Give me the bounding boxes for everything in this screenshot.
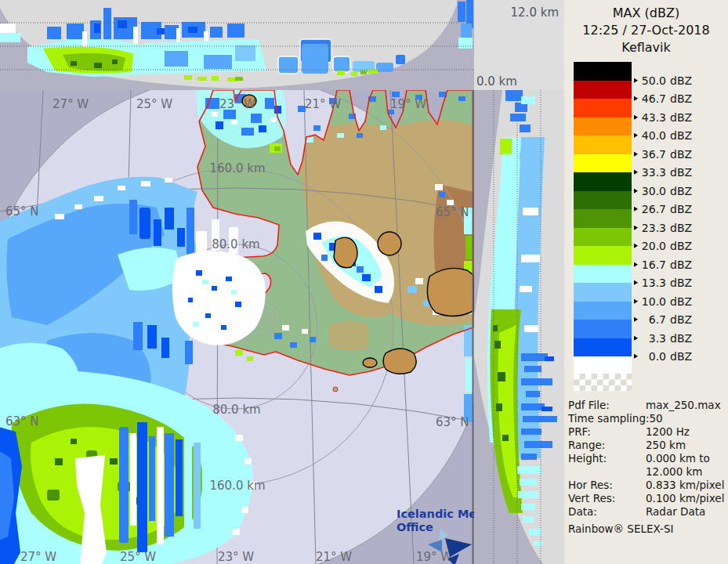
product-title: MAX (dBZ) <box>564 5 728 22</box>
timestamp: 12:25 / 27-Oct-2018 <box>564 22 728 39</box>
scale-tick-row: 43.3 dBZ <box>634 108 692 127</box>
scale-tick-row: 50.0 dBZ <box>634 71 692 90</box>
tick-unit: dBZ <box>670 240 692 252</box>
tick-arrow-icon <box>634 152 638 157</box>
tick-unit: dBZ <box>670 111 692 124</box>
longitude-label: 25° W <box>136 97 172 111</box>
longitude-label: 23° W <box>218 550 254 564</box>
legend-panel: MAX (dBZ) 12:25 / 27-Oct-2018 Keflavik 5… <box>564 0 728 564</box>
color-scale-segment <box>574 209 632 228</box>
longitude-label: 27° W <box>20 550 56 564</box>
tick-value: 0.0 <box>640 350 666 363</box>
scale-tick-row: 6.7 dBZ <box>634 310 692 329</box>
info-label: Pdf File: <box>568 399 646 412</box>
info-label: Vert Res: <box>568 492 646 505</box>
color-scale-segment <box>574 136 632 154</box>
tick-arrow-icon <box>634 280 638 285</box>
tick-unit: dBZ <box>670 185 692 197</box>
tick-value: 36.7 <box>640 148 666 161</box>
info-value: max_250.max <box>646 399 721 412</box>
info-value: 0.833 km/pixel <box>646 479 724 492</box>
color-scale-segment <box>574 320 632 338</box>
tick-unit: dBZ <box>670 277 692 289</box>
tick-arrow-icon <box>634 226 638 230</box>
tick-value: 46.7 <box>640 92 666 105</box>
longitude-label: 25° W <box>120 550 156 564</box>
range-ring-label: 160.0 km <box>209 161 265 175</box>
latitude-label: 65° N <box>436 205 469 219</box>
latitude-label: 63° N <box>436 415 469 429</box>
info-value: Radar Data <box>646 505 705 519</box>
tick-arrow-icon <box>634 78 638 83</box>
color-scale-segment <box>574 265 632 284</box>
top-profile-graphic <box>0 0 474 90</box>
color-scale-segment <box>574 246 632 265</box>
scale-tick-row: 36.7 dBZ <box>634 145 692 164</box>
tick-unit: dBZ <box>670 313 692 326</box>
tick-unit: dBZ <box>670 148 692 161</box>
tick-value: 30.0 <box>640 185 666 197</box>
info-value: 50 <box>650 412 663 425</box>
tick-value: 50.0 <box>640 74 666 87</box>
scale-tick-row: 16.7 dBZ <box>634 255 692 274</box>
info-label: Height: <box>568 452 646 479</box>
info-label: Range: <box>568 439 646 452</box>
color-scale-segment <box>574 191 632 210</box>
island-vestmannaeyjar <box>333 387 338 392</box>
color-scale-segment <box>574 172 632 191</box>
tick-arrow-icon <box>634 189 638 193</box>
radar-map-panel[interactable]: 27° W25° W23° W21° W19° W 27° W25° W23° … <box>0 90 474 564</box>
radar-app-screen: 12.0 km 0.0 km <box>0 0 728 564</box>
tick-unit: dBZ <box>670 203 692 215</box>
right-profile-graphic <box>474 90 564 564</box>
color-scale: 50.0 dBZ 46.7 dBZ 43.3 dBZ <box>574 62 692 356</box>
color-scale-segment <box>574 283 632 302</box>
tick-unit: dBZ <box>670 332 692 345</box>
color-scale-segment <box>574 62 632 81</box>
latitude-label: 63° N <box>5 414 39 428</box>
info-value: 1200 Hz <box>646 425 690 439</box>
scale-tick-row: 23.3 dBZ <box>634 219 692 237</box>
tick-arrow-icon <box>634 317 638 322</box>
tick-value: 43.3 <box>640 111 666 124</box>
station-name: Keflavik <box>564 39 728 56</box>
info-row: Time sampling: 50 <box>568 412 725 425</box>
info-row: Vert Res: 0.100 km/pixel <box>568 492 725 505</box>
longitude-label: 21° W <box>305 97 341 111</box>
tick-value: 23.3 <box>640 222 666 234</box>
tick-value: 10.0 <box>640 295 666 308</box>
tick-arrow-icon <box>634 244 638 248</box>
attribution-line1: Icelandic Met <box>397 508 474 521</box>
height-axis-min-label: 0.0 km <box>476 74 517 89</box>
range-ring-label: 160.0 km <box>209 479 265 493</box>
tick-unit: dBZ <box>670 74 692 87</box>
color-scale-transparent-checker <box>574 374 632 392</box>
tick-unit: dBZ <box>670 295 692 308</box>
tick-unit: dBZ <box>670 258 692 271</box>
tick-arrow-icon <box>634 96 638 101</box>
tick-arrow-icon <box>634 170 638 175</box>
tick-value: 33.3 <box>640 166 666 179</box>
vertical-profile-top-panel[interactable] <box>0 0 474 90</box>
color-scale-segment <box>574 99 632 118</box>
product-info: Pdf File: max_250.max Time sampling: 50 <box>568 399 725 519</box>
legend-title-block: MAX (dBZ) 12:25 / 27-Oct-2018 Keflavik <box>564 0 728 56</box>
tick-value: 20.0 <box>640 240 666 252</box>
info-label: PRF: <box>568 425 646 439</box>
info-row: Range: 250 km <box>568 439 725 452</box>
info-row: PRF: 1200 Hz <box>568 425 725 439</box>
info-label: Data: <box>568 505 646 519</box>
tick-unit: dBZ <box>670 92 692 105</box>
info-label: Hor Res: <box>568 479 646 492</box>
info-row: Hor Res: 0.833 km/pixel <box>568 479 725 492</box>
longitude-label: 19° W <box>390 97 426 111</box>
vertical-profile-right-panel[interactable] <box>474 90 564 564</box>
info-row: Data: Radar Data <box>568 505 725 519</box>
scale-tick-row: 3.3 dBZ <box>634 329 692 348</box>
scale-tick-row: 0.0 dBZ <box>634 347 692 366</box>
latitude-label: 65° N <box>5 204 39 219</box>
scale-tick-row: 30.0 dBZ <box>634 182 692 201</box>
scale-tick-row: 46.7 dBZ <box>634 89 692 108</box>
tick-arrow-icon <box>634 115 638 120</box>
scale-tick-row: 33.3 dBZ <box>634 163 692 182</box>
